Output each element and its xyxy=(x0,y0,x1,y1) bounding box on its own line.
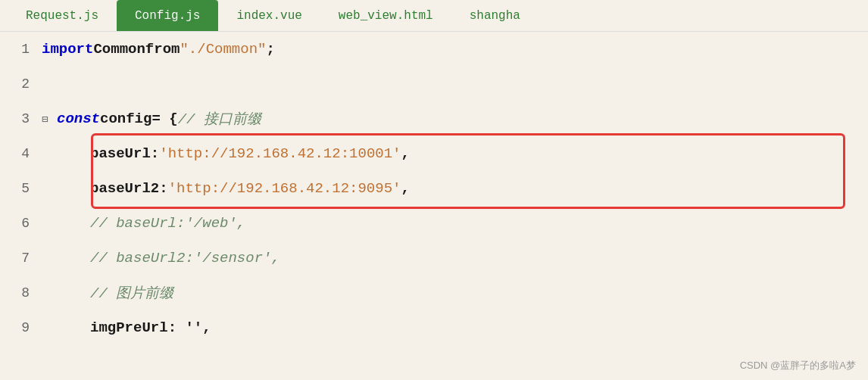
code-area: 1import Common from "./Common";23⊟const … xyxy=(0,32,868,380)
code-line: 2 xyxy=(0,67,868,101)
token-comment: // baseUrl2:'/sensor', xyxy=(90,250,280,266)
line-content: // 图片前缀 xyxy=(42,283,173,303)
token-comment: // 图片前缀 xyxy=(90,283,173,303)
line-content: // baseUrl2:'/sensor', xyxy=(42,250,280,266)
line-number: 3 xyxy=(0,111,42,126)
tab-index[interactable]: index.vue xyxy=(218,0,320,31)
line-content: baseUrl:'http://192.168.42.12:10001', xyxy=(42,145,410,162)
token-plain: from xyxy=(145,41,180,58)
token-identifier: imgPreUrl xyxy=(90,319,168,336)
line-number: 8 xyxy=(0,285,42,301)
token-kw-const: const xyxy=(57,111,100,127)
fold-icon[interactable]: ⊟ xyxy=(42,113,52,126)
line-content: import Common from "./Common"; xyxy=(42,41,275,58)
watermark: CSDN @蓝胖子的多啦A梦 xyxy=(740,359,856,372)
code-line: 6// baseUrl:'/web', xyxy=(0,206,868,241)
line-content: ⊟const config = { // 接口前缀 xyxy=(42,109,261,129)
token-plain: : xyxy=(151,145,159,162)
code-line: 4baseUrl:'http://192.168.42.12:10001', xyxy=(0,136,868,171)
line-number: 9 xyxy=(0,320,42,335)
token-kw-import: import xyxy=(42,41,93,58)
code-line: 5baseUrl2:'http://192.168.42.12:9095', xyxy=(0,171,868,206)
token-identifier: config xyxy=(100,111,151,127)
code-line: 3⊟const config = { // 接口前缀 xyxy=(0,101,868,136)
line-number: 5 xyxy=(0,181,42,196)
tab-bar: Request.jsConfig.jsindex.vueweb_view.htm… xyxy=(0,0,868,32)
line-content: baseUrl2:'http://192.168.42.12:9095', xyxy=(42,180,410,197)
token-comment: // baseUrl:'/web', xyxy=(90,215,245,232)
line-number: 6 xyxy=(0,216,42,231)
token-comment: // 接口前缀 xyxy=(178,109,261,129)
tab-request[interactable]: Request.js xyxy=(8,0,117,31)
token-plain: = { xyxy=(151,111,177,127)
tab-web_view[interactable]: web_view.html xyxy=(320,0,451,31)
line-number: 7 xyxy=(0,251,42,266)
token-plain: , xyxy=(401,180,409,197)
token-identifier: baseUrl xyxy=(90,145,151,162)
token-plain: : '' xyxy=(168,319,203,336)
token-string: "./Common" xyxy=(180,41,266,58)
token-plain: , xyxy=(202,319,211,336)
token-identifier: Common xyxy=(93,41,145,58)
line-number: 2 xyxy=(0,76,42,92)
token-identifier: baseUrl2 xyxy=(90,180,159,197)
token-plain: : xyxy=(159,180,167,197)
line-content: // baseUrl:'/web', xyxy=(42,215,245,232)
code-line: 7// baseUrl2:'/sensor', xyxy=(0,241,868,276)
token-string: 'http://192.168.42.12:9095' xyxy=(168,180,401,197)
line-number: 4 xyxy=(0,146,42,161)
tab-shanghai[interactable]: shangha xyxy=(451,0,539,31)
code-line: 1import Common from "./Common"; xyxy=(0,32,868,67)
tab-config[interactable]: Config.js xyxy=(117,0,218,31)
token-plain: ; xyxy=(266,41,274,58)
line-content: imgPreUrl: '', xyxy=(42,319,211,336)
code-line: 8// 图片前缀 xyxy=(0,276,868,310)
token-string: 'http://192.168.42.12:10001' xyxy=(159,145,401,162)
code-line: 9imgPreUrl: '', xyxy=(0,310,868,345)
token-plain: , xyxy=(401,145,410,162)
line-number: 1 xyxy=(0,42,42,57)
